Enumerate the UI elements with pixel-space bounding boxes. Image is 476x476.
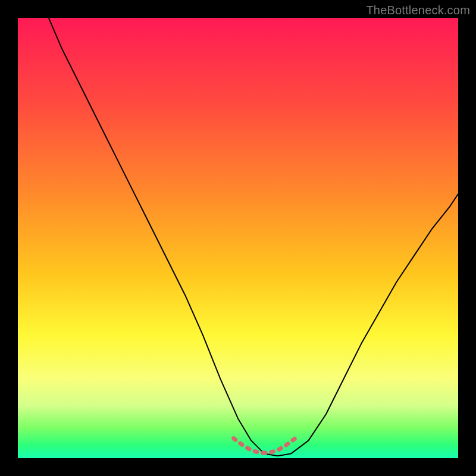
bottleneck-curve — [49, 18, 458, 456]
zero-band-marker — [234, 439, 296, 453]
plot-area — [18, 18, 458, 458]
curve-svg — [18, 18, 458, 458]
watermark-text: TheBottleneck.com — [366, 4, 470, 17]
chart-stage: TheBottleneck.com — [0, 0, 476, 476]
